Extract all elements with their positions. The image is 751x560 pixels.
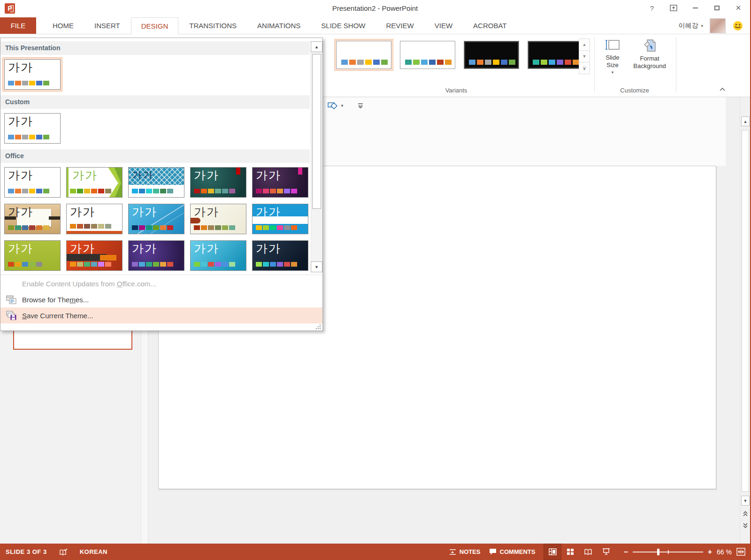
theme-thumbnail[interactable]: 가가 — [2, 111, 62, 146]
theme-thumbnail[interactable]: 가가 — [64, 238, 124, 273]
theme-sample-text: 가가 — [132, 169, 153, 182]
gallery-scrollbar-thumb[interactable] — [312, 54, 321, 209]
color-swatch — [485, 60, 491, 65]
notes-button[interactable]: NOTES — [449, 548, 481, 555]
format-background-button[interactable]: Format Background — [628, 39, 671, 70]
theme-thumbnail[interactable]: 가가 — [64, 202, 124, 236]
dropdown-resize-grip[interactable] — [315, 324, 321, 330]
normal-view-button[interactable] — [544, 544, 561, 560]
theme-thumbnail[interactable]: 가가 — [126, 202, 186, 236]
tab-home[interactable]: HOME — [43, 17, 84, 34]
language-indicator[interactable]: KOREAN — [80, 548, 107, 555]
menu-item-label: Enable Content Updates from Office.com..… — [22, 280, 156, 288]
color-swatch — [291, 225, 297, 230]
theme-thumbnail[interactable]: 가가 — [250, 202, 310, 236]
zoom-slider-thumb[interactable] — [657, 549, 659, 555]
color-swatch — [222, 189, 228, 193]
theme-thumbnail[interactable]: 가가 — [250, 165, 310, 199]
color-swatch — [15, 225, 21, 230]
close-button[interactable]: ✕ — [733, 2, 743, 14]
variant-thumbnail[interactable] — [462, 39, 521, 71]
next-slide-icon[interactable] — [742, 521, 749, 531]
tab-slide-show[interactable]: SLIDE SHOW — [311, 17, 375, 34]
theme-thumbnail[interactable]: 가가 — [64, 165, 124, 199]
tab-file[interactable]: FILE — [0, 17, 36, 34]
color-swatch — [139, 225, 145, 230]
feedback-smiley-icon[interactable] — [732, 20, 743, 31]
collapse-ribbon-icon[interactable] — [717, 85, 728, 93]
menu-item-enable-content-updates-from-office-com: Enable Content Updates from Office.com..… — [0, 276, 322, 292]
variant-thumbnail[interactable] — [526, 39, 585, 71]
tab-acrobat[interactable]: ACROBAT — [463, 17, 516, 34]
tab-insert[interactable]: INSERT — [84, 17, 130, 34]
scroll-down-icon[interactable]: ▼ — [741, 496, 750, 506]
theme-thumbnail[interactable]: 가가 — [2, 165, 62, 199]
menu-item-browse-for-themes[interactable]: Browse for Themes... — [0, 292, 322, 307]
ribbon-display-options-icon[interactable] — [668, 2, 679, 14]
minimize-button[interactable] — [690, 2, 700, 14]
zoom-in-button[interactable]: + — [708, 548, 712, 556]
title-bar: P Presentation2 - PowerPoint ? ✕ — [0, 0, 750, 17]
color-swatch — [229, 225, 235, 230]
theme-sample-text: 가가 — [8, 168, 33, 183]
color-swatch — [208, 262, 214, 267]
reading-view-button[interactable] — [579, 544, 597, 560]
color-swatch — [284, 189, 290, 193]
status-bar: SLIDE 3 OF 3 KOREAN NOTES COMMENTS — [0, 544, 750, 560]
previous-slide-icon[interactable] — [742, 508, 749, 519]
user-name[interactable]: 이혜강 — [678, 22, 698, 30]
menu-item-save-current-theme[interactable]: Save Current Theme... — [0, 307, 322, 323]
theme-thumbnail[interactable]: 가가 — [188, 238, 248, 273]
theme-preview: 가가 — [66, 204, 123, 234]
theme-preview: 가가 — [252, 240, 308, 271]
gallery-more-icon[interactable] — [357, 103, 364, 108]
theme-thumbnail[interactable]: 가가 — [126, 165, 186, 199]
variants-more-icon[interactable]: —▼ — [579, 62, 590, 74]
slide-sorter-view-button[interactable] — [561, 544, 579, 560]
tab-design[interactable]: DESIGN — [131, 17, 179, 34]
color-swatch — [270, 189, 276, 193]
comments-button[interactable]: COMMENTS — [489, 548, 536, 555]
variant-thumbnail[interactable] — [334, 39, 393, 71]
tab-transitions[interactable]: TRANSITIONS — [179, 17, 246, 34]
color-swatch — [36, 225, 42, 230]
user-menu-caret-icon[interactable]: ▾ — [701, 23, 703, 28]
zoom-level[interactable]: 66 % — [717, 548, 732, 556]
slide-size-button[interactable]: Slide Size ▼ — [599, 39, 626, 77]
scrollbar-thumb[interactable] — [742, 130, 749, 492]
variant-thumbnail[interactable] — [398, 39, 457, 71]
tab-animations[interactable]: ANIMATIONS — [247, 17, 310, 34]
zoom-out-button[interactable]: − — [623, 548, 628, 556]
maximize-button[interactable] — [712, 2, 722, 14]
color-swatch — [201, 262, 207, 267]
help-icon[interactable]: ? — [647, 2, 657, 14]
theme-thumbnail[interactable]: 가가 — [126, 238, 186, 273]
color-swatch — [270, 262, 276, 267]
color-swatch — [201, 189, 207, 193]
browse-themes-icon — [0, 295, 22, 304]
comments-icon — [489, 548, 497, 555]
slide-number-indicator[interactable]: SLIDE 3 OF 3 — [6, 548, 47, 555]
theme-thumbnail[interactable]: 가가 — [188, 165, 248, 199]
variants-scroll-down-icon[interactable]: ▼ — [579, 50, 590, 62]
fit-slide-to-window-icon[interactable] — [736, 548, 745, 556]
gallery-section-header: This Presentation — [0, 41, 310, 55]
zoom-slider[interactable] — [633, 548, 703, 556]
tab-review[interactable]: REVIEW — [376, 17, 424, 34]
spell-check-icon[interactable] — [59, 548, 68, 556]
theme-thumbnail[interactable]: 가가 — [188, 202, 248, 236]
gallery-section-header: Office — [0, 149, 310, 163]
scroll-up-icon[interactable]: ▲ — [741, 116, 750, 126]
gallery-scroll-down-icon[interactable]: ▼ — [311, 261, 322, 272]
user-avatar[interactable] — [710, 18, 726, 33]
ribbon-tab-row: FILE HOMEINSERTDESIGNTRANSITIONSANIMATIO… — [0, 17, 750, 34]
shapes-tool-icon[interactable]: ▼ — [328, 101, 344, 110]
variants-scroll-up-icon[interactable]: ▲ — [579, 38, 590, 51]
theme-thumbnail[interactable]: 가가 — [2, 202, 62, 236]
tab-view[interactable]: VIEW — [425, 17, 462, 34]
theme-thumbnail[interactable]: 가가 — [2, 238, 62, 273]
theme-thumbnail[interactable]: 가가 — [2, 57, 62, 92]
slide-show-button[interactable] — [597, 544, 615, 560]
gallery-scroll-up-icon[interactable]: ▲ — [311, 41, 322, 52]
theme-thumbnail[interactable]: 가가 — [250, 238, 310, 273]
